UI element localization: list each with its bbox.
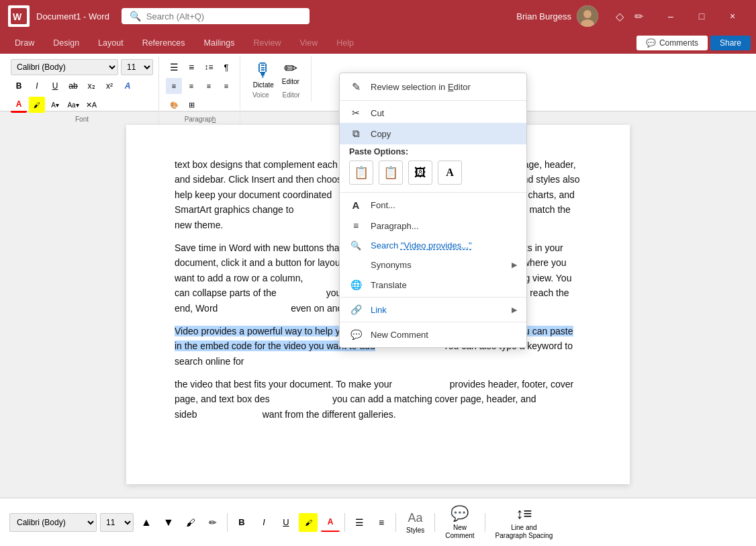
cm-search[interactable]: 🔍 Search "Video provides..." (340, 236, 526, 255)
highlight-button[interactable]: 🖌 (29, 97, 45, 113)
mt-font-selector[interactable]: Calibri (Body) (9, 513, 97, 532)
search-box[interactable]: 🔍 (122, 8, 310, 24)
context-menu: ✎ Review selection in Editor ✂ Cut ⧉ Cop… (339, 73, 527, 348)
bold-button[interactable]: B (11, 78, 27, 94)
mt-grow-button[interactable]: ▲ (137, 513, 156, 532)
cm-font[interactable]: A Font... (340, 195, 526, 216)
line-spacing-label: Line andParagraph Spacing (495, 524, 553, 540)
numbering-button[interactable]: ≡ (183, 59, 199, 75)
subscript-button[interactable]: x₂ (83, 78, 99, 94)
svg-text:W: W (13, 11, 22, 22)
borders-button[interactable]: ⊞ (183, 97, 199, 113)
cm-copy[interactable]: ⧉ Copy (340, 123, 526, 144)
font-size-selector[interactable]: 11 (121, 59, 153, 75)
paragraph-group: ☰ ≡ ↕≡ ¶ ≡ ≡ ≡ ≡ 🎨 ⊞ Paragraph (160, 56, 240, 126)
mt-clear-format[interactable]: 🖌 (181, 513, 200, 532)
align-left-button[interactable]: ≡ (166, 78, 182, 94)
tab-view[interactable]: View (290, 36, 327, 50)
shading-button[interactable]: 🎨 (166, 97, 182, 113)
mt-line-spacing-button[interactable]: ↕≡ Line andParagraph Spacing (490, 502, 559, 543)
tab-layout[interactable]: Layout (89, 36, 133, 50)
mt-shrink-button[interactable]: ▼ (159, 513, 178, 532)
separator-2 (340, 192, 526, 193)
paste-keep-source[interactable]: 📋 (349, 161, 373, 185)
line-spacing-button[interactable]: ↕≡ (201, 59, 217, 75)
mt-bold-button[interactable]: B (232, 513, 251, 532)
mt-underline-button[interactable]: U (277, 513, 295, 532)
user-name: Brian Burgess (516, 11, 571, 21)
align-right-button[interactable]: ≡ (201, 78, 217, 94)
change-case-button[interactable]: Aa▾ (65, 97, 81, 113)
font-group: Calibri (Body) 11 B I U ab x₂ x² A A 🖌 A… (5, 56, 159, 126)
minimize-button[interactable]: – (655, 5, 686, 27)
word-logo: W (8, 5, 30, 27)
separator-4 (340, 322, 526, 322)
tab-references[interactable]: References (133, 36, 195, 50)
dictate-button[interactable]: 🎙 Dictate (253, 59, 274, 89)
cut-label: Cut (371, 108, 517, 118)
paste-text-only[interactable]: A (438, 161, 462, 185)
tab-draw[interactable]: Draw (5, 36, 44, 50)
clear-formatting-button[interactable]: ✕A (83, 97, 99, 113)
bullets-button[interactable]: ☰ (166, 59, 182, 75)
cm-synonyms[interactable]: Synonyms ▶ (340, 255, 526, 275)
cm-new-comment[interactable]: 💬 New Comment (340, 324, 526, 345)
paste-picture[interactable]: 🖼 (408, 161, 432, 185)
new-comment-icon: 💬 (349, 329, 363, 340)
tab-review[interactable]: Review (244, 36, 290, 50)
underline-button[interactable]: U (47, 78, 63, 94)
link-icon: 🔗 (349, 304, 363, 315)
strikethrough-button[interactable]: ab (65, 78, 81, 94)
paragraph-4: the video that best fits your document. … (175, 377, 581, 422)
mt-new-comment-button[interactable]: 💬 NewComment (440, 502, 479, 543)
mt-ink-button[interactable]: ✏ (203, 513, 222, 532)
mt-italic-button[interactable]: I (254, 513, 273, 532)
toolbar-sep-2 (344, 513, 345, 532)
mt-bullets-button[interactable]: ☰ (350, 513, 369, 532)
search-label: Search "Video provides..." (371, 240, 517, 251)
mt-highlight-button[interactable]: 🖌 (299, 513, 318, 532)
text-color-button[interactable]: A▾ (47, 97, 63, 113)
paste-source-icon: 📋 (354, 165, 369, 180)
paragraph-mark-button[interactable]: ¶ (218, 59, 234, 75)
ribbon-tabs: Draw Design Layout References Mailings R… (0, 32, 756, 54)
justify-button[interactable]: ≡ (218, 78, 234, 94)
tab-mailings[interactable]: Mailings (195, 36, 244, 50)
superscript-button[interactable]: x² (101, 78, 117, 94)
comments-button[interactable]: 💬 Comments (636, 36, 708, 50)
mt-numbering-button[interactable]: ≡ (372, 513, 391, 532)
toolbar-sep-4 (434, 513, 435, 532)
new-comment-toolbar-label: NewComment (445, 524, 474, 540)
italic-button[interactable]: I (29, 78, 45, 94)
search-input[interactable] (146, 11, 301, 21)
cm-review-editor[interactable]: ✎ Review selection in Editor (340, 76, 526, 98)
mt-styles-button[interactable]: Aa Styles (401, 508, 430, 537)
align-center-button[interactable]: ≡ (183, 78, 199, 94)
dictate-label: Dictate (253, 81, 274, 89)
editor-button[interactable]: ✏ Editor (282, 59, 299, 89)
cm-paragraph[interactable]: ≡ Paragraph... (340, 216, 526, 236)
share-button[interactable]: Share (710, 36, 751, 50)
font-family-selector[interactable]: Calibri (Body) (11, 59, 118, 75)
cm-cut[interactable]: ✂ Cut (340, 103, 526, 123)
diamond-icon[interactable]: ◇ (616, 10, 624, 23)
comment-icon: 💬 (646, 38, 656, 48)
tab-help[interactable]: Help (327, 36, 363, 50)
tab-design[interactable]: Design (44, 36, 89, 50)
cm-link[interactable]: 🔗 Link ▶ (340, 300, 526, 320)
editor-group-label: Editor (282, 91, 299, 99)
maximize-button[interactable]: □ (686, 5, 717, 27)
titlebar: W Document1 - Word 🔍 Brian Burgess ◇ ✏ –… (0, 0, 756, 32)
close-button[interactable]: × (717, 5, 748, 27)
mt-size-selector[interactable]: 11 (100, 513, 134, 532)
mt-font-color-button[interactable]: A (321, 513, 340, 532)
text-effects-button[interactable]: A (120, 78, 136, 94)
cut-icon: ✂ (349, 107, 363, 118)
paste-merge-format[interactable]: 📋 (379, 161, 403, 185)
pen-icon[interactable]: ✏ (634, 10, 643, 23)
paragraph-label: Paragraph... (371, 221, 517, 231)
font-color-button[interactable]: A (11, 97, 27, 113)
cm-translate[interactable]: 🌐 Translate (340, 275, 526, 295)
paste-options-label: Paste Options: (340, 144, 526, 158)
paragraph-group-label: Paragraph (166, 116, 234, 123)
